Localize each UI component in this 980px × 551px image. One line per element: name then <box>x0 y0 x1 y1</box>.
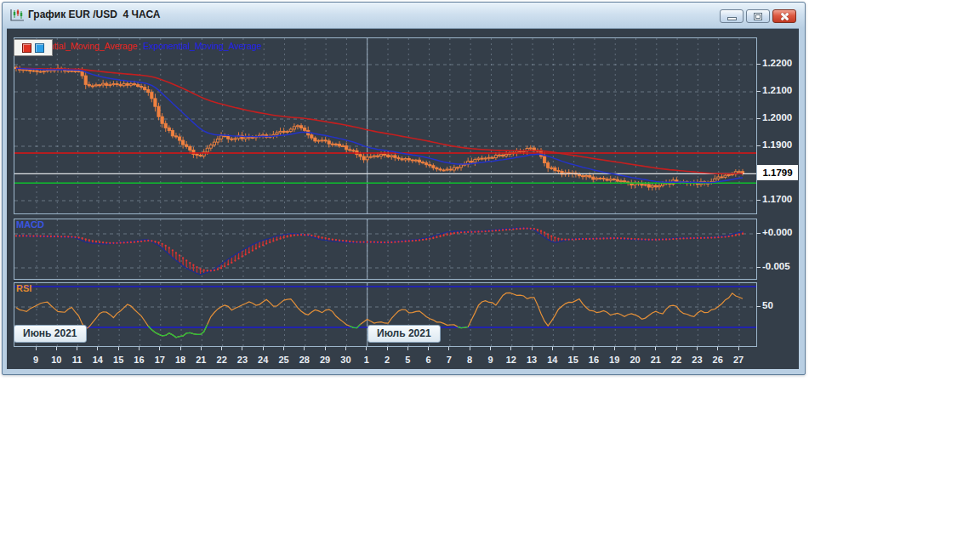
close-button[interactable] <box>772 9 796 23</box>
date-axis-label: 11 <box>67 355 88 365</box>
indicator-legend: Exponential_Moving_AverageExponential_Mo… <box>19 41 262 51</box>
date-axis-label: 5 <box>397 355 418 365</box>
date-tick <box>366 347 367 350</box>
close-icon <box>779 12 789 21</box>
macd-axis-label: +0.000 <box>762 227 793 237</box>
date-axis-label: 14 <box>542 355 562 365</box>
date-tick <box>97 347 98 350</box>
date-tick <box>532 347 533 350</box>
ema-red-swatch-icon <box>22 43 31 53</box>
date-tick <box>77 347 77 350</box>
date-axis-label: 21 <box>646 355 666 365</box>
candlestick-chart-icon <box>9 9 25 22</box>
date-tick <box>283 347 284 350</box>
date-tick <box>221 347 222 350</box>
date-axis-label: 17 <box>150 355 170 365</box>
date-tick <box>635 347 635 350</box>
date-tick <box>614 347 615 350</box>
date-tick <box>118 347 119 350</box>
date-axis-label: 19 <box>604 355 624 365</box>
date-axis-label: 20 <box>625 355 646 365</box>
date-axis-label: 2 <box>377 355 397 365</box>
date-tick <box>387 347 388 350</box>
date-axis-label: 21 <box>191 355 211 365</box>
date-tick <box>655 347 656 350</box>
date-axis-label: 22 <box>666 355 687 365</box>
date-axis-label: 15 <box>108 355 128 365</box>
rsi-label: RSI <box>16 283 31 293</box>
date-axis: 9101114151617182122232425282930125678912… <box>7 347 799 369</box>
date-tick <box>738 347 739 350</box>
date-tick <box>448 347 449 350</box>
price-axis-label: 1.1900 <box>762 139 792 150</box>
date-tick <box>510 347 511 350</box>
date-tick <box>201 347 202 350</box>
price-axis-label: 1.2200 <box>762 58 792 68</box>
date-tick <box>36 347 37 350</box>
date-tick <box>180 347 181 350</box>
date-axis-label: 23 <box>232 355 253 365</box>
date-tick <box>470 347 470 350</box>
current-price-tag: 1.1799 <box>757 165 798 180</box>
date-axis-label: 28 <box>294 355 315 365</box>
date-axis-label: 1 <box>356 355 377 365</box>
date-axis-label: 9 <box>26 355 46 365</box>
minimize-button[interactable] <box>720 9 744 23</box>
ema-fast-label: Exponential_Moving_Average <box>143 41 261 51</box>
date-tick <box>697 347 698 350</box>
date-tick <box>676 347 677 350</box>
date-axis-label: 13 <box>521 355 542 365</box>
chart-window: График EUR /USD 4 ЧАСА Exponential_Movin… <box>2 2 806 375</box>
date-tick <box>242 347 242 350</box>
indicator-legend-swatches[interactable] <box>14 39 53 56</box>
date-axis-label: 8 <box>459 355 480 365</box>
date-axis-label: 23 <box>687 355 707 365</box>
date-tick <box>407 347 408 350</box>
month-label-june: Июнь 2021 <box>14 325 87 343</box>
date-axis-label: 22 <box>212 355 232 365</box>
date-axis-label: 24 <box>253 355 273 365</box>
window-title: График EUR /USD 4 ЧАСА <box>28 9 160 20</box>
date-tick <box>263 347 264 350</box>
date-axis-label: 12 <box>501 355 521 365</box>
date-tick <box>325 347 326 350</box>
price-chart-canvas[interactable] <box>14 38 756 213</box>
price-panel <box>14 37 757 214</box>
date-axis-label: 18 <box>170 355 191 365</box>
date-axis-label: 16 <box>584 355 604 365</box>
title-bar[interactable]: График EUR /USD 4 ЧАСА <box>3 3 805 28</box>
minimize-icon <box>727 17 737 20</box>
price-axis-label: 1.1700 <box>762 194 792 204</box>
date-axis-label: 27 <box>728 355 749 365</box>
date-axis-label: 14 <box>88 355 108 365</box>
macd-chart-canvas[interactable] <box>14 219 756 279</box>
rsi-axis-label: 50 <box>762 300 773 310</box>
date-axis-label: 30 <box>335 355 356 365</box>
ema-blue-swatch-icon <box>35 43 44 53</box>
macd-label: MACD <box>16 219 44 230</box>
date-tick <box>139 347 140 350</box>
date-tick <box>56 347 57 350</box>
date-axis-label: 9 <box>480 355 500 365</box>
maximize-icon <box>754 13 762 20</box>
price-axis-label: 1.2000 <box>762 112 792 122</box>
date-axis-label: 25 <box>274 355 294 365</box>
date-tick <box>345 347 346 350</box>
maximize-button[interactable] <box>746 9 770 23</box>
macd-panel <box>14 219 757 280</box>
date-axis-label: 26 <box>708 355 728 365</box>
date-axis-label: 6 <box>419 355 439 365</box>
macd-axis-label: -0.005 <box>762 261 790 271</box>
date-tick <box>593 347 594 350</box>
date-axis-label: 7 <box>439 355 459 365</box>
date-axis-label: 16 <box>128 355 149 365</box>
chart-client-area: Exponential_Moving_AverageExponential_Mo… <box>7 28 799 369</box>
date-tick <box>159 347 160 350</box>
date-tick <box>717 347 718 350</box>
date-tick <box>304 347 305 350</box>
price-axis-label: 1.2100 <box>762 85 792 95</box>
date-axis-label: 29 <box>315 355 335 365</box>
date-tick <box>552 347 553 350</box>
date-axis-label: 15 <box>563 355 584 365</box>
month-label-july: Июль 2021 <box>368 325 441 343</box>
